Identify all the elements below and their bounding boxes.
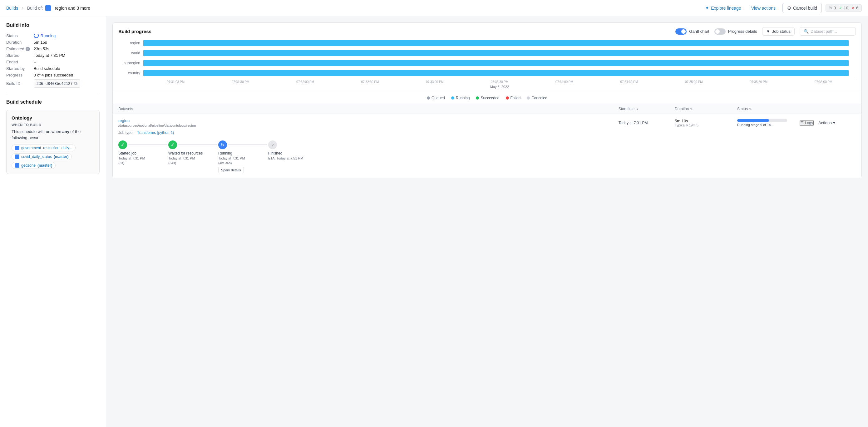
legend: Queued Running Succeeded Failed Canceled xyxy=(113,92,862,104)
job-status-label: Job status xyxy=(772,29,790,34)
th-status-label: Status xyxy=(737,107,748,111)
gantt-bar xyxy=(143,50,849,56)
legend-queued: Queued xyxy=(427,96,445,100)
dataset-row: region /datasources/notional/pipeline/da… xyxy=(113,114,862,178)
step-connector-4 xyxy=(268,140,318,149)
gantt-tick: 07:31:30 PM xyxy=(208,80,273,84)
step-sub-started: Today at 7:31 PM(3s) xyxy=(118,156,145,166)
gantt-tick: 07:34:00 PM xyxy=(532,80,597,84)
step-label-finished: Finished xyxy=(268,151,282,156)
th-start-time[interactable]: Start time ▲ xyxy=(619,107,675,111)
schedule-desc-1: This schedule will run when xyxy=(11,129,62,134)
tag-covid[interactable]: covid_daily_status (master) xyxy=(11,153,72,160)
topbar-actions: ✦ Explore lineage View actions ⊖ Cancel … xyxy=(702,3,862,13)
step-running: ↻ Running Today at 7:31 PM(4m 36s) Spark… xyxy=(218,140,268,173)
counter-refresh-value: 0 xyxy=(834,6,836,10)
legend-dot-running xyxy=(451,96,454,100)
cancel-build-button[interactable]: ⊖ Cancel build xyxy=(782,3,822,13)
step-sub-waited: Today at 7:31 PM(34s) xyxy=(168,156,195,166)
progress-details-toggle[interactable] xyxy=(714,28,725,35)
dataset-start-time: Today at 7:31 PM xyxy=(619,121,675,125)
status-text: Running stage 9 of 14... xyxy=(737,123,800,127)
progress-bar xyxy=(737,119,787,122)
tag-government-label: government_restriction_daily... xyxy=(21,146,72,150)
cancel-build-label: Cancel build xyxy=(793,6,817,11)
tag-geozone-label: geozone xyxy=(21,163,36,168)
tag-geozone[interactable]: geozone (master) xyxy=(11,162,56,169)
copy-icon[interactable]: ⧉ xyxy=(74,81,78,86)
lineage-icon: ✦ xyxy=(705,5,709,11)
logs-col: ☰ Logs xyxy=(800,120,818,126)
gantt-bar xyxy=(143,70,849,76)
step-icon-waited xyxy=(168,140,177,149)
dataset-duration-sub: Typically 19m 5 xyxy=(675,123,737,127)
started-label: Started xyxy=(6,53,30,58)
counter-check: ✓ 10 xyxy=(839,6,848,10)
tag-icon-2 xyxy=(15,155,19,159)
step-icon-running: ↻ xyxy=(218,140,227,149)
gantt-chart-toggle[interactable] xyxy=(675,28,687,35)
gantt-bar-area xyxy=(143,70,856,76)
progress-details-label: Progress details xyxy=(728,29,757,34)
topbar: Builds › Build of: region and 3 more ✦ E… xyxy=(0,0,868,16)
dataset-path-search[interactable]: 🔍 Dataset path... xyxy=(800,27,856,36)
dataset-duration-main: 5m 10s xyxy=(675,119,737,123)
gantt-tick: 07:33:00 PM xyxy=(402,80,467,84)
gantt-label: country xyxy=(118,71,143,75)
view-actions-button[interactable]: View actions xyxy=(748,4,779,12)
counter-check-value: 10 xyxy=(844,6,848,10)
gantt-row-world: world xyxy=(118,49,856,58)
logs-button[interactable]: ☰ Logs xyxy=(800,120,814,126)
dataset-name[interactable]: region xyxy=(118,118,619,123)
build-id-text: 336-d8408bc42127 xyxy=(36,81,73,86)
filter-icon: ▼ xyxy=(766,29,770,34)
gantt-tick: 07:35:30 PM xyxy=(726,80,791,84)
actions-button[interactable]: Actions ▾ xyxy=(818,121,835,125)
schedule-description: This schedule will run when any of the f… xyxy=(11,129,94,141)
job-type-value: Transforms (python-1) xyxy=(137,130,174,135)
sort-icon-start: ▲ xyxy=(636,107,639,111)
duration-label: Duration xyxy=(6,40,30,45)
build-id-label: Build ID xyxy=(6,79,30,88)
build-info-title: Build info xyxy=(6,23,100,28)
th-datasets-label: Datasets xyxy=(118,107,133,111)
th-status[interactable]: Status ⇅ xyxy=(737,107,800,111)
tag-government[interactable]: government_restriction_daily... xyxy=(11,144,75,152)
job-status-filter-button[interactable]: ▼ Job status xyxy=(762,27,795,36)
gantt-tick: 07:33:30 PM xyxy=(467,80,532,84)
step-sub-running: Today at 7:31 PM(4m 36s) xyxy=(218,156,245,166)
explore-lineage-button[interactable]: ✦ Explore lineage xyxy=(702,3,744,13)
gantt-bar xyxy=(143,60,849,66)
sort-icon-status: ⇅ xyxy=(749,107,751,111)
breadcrumb-builds[interactable]: Builds xyxy=(6,6,18,11)
step-connector-1 xyxy=(118,140,168,149)
gantt-row-subregion: subregion xyxy=(118,59,856,67)
gantt-axis: 07:31:03 PM07:31:30 PM07:32:00 PM07:32:3… xyxy=(143,79,856,84)
spark-details-button[interactable]: Spark details xyxy=(218,167,244,173)
table-header: Datasets Start time ▲ Duration ⇅ Status … xyxy=(113,104,862,114)
legend-running-label: Running xyxy=(456,96,470,100)
progress-bar-fill xyxy=(737,119,769,122)
legend-canceled: Canceled xyxy=(527,96,547,100)
sidebar: Build info Status Running Duration 5m 15… xyxy=(0,16,106,427)
th-duration[interactable]: Duration ⇅ xyxy=(675,107,737,111)
help-icon[interactable]: ? xyxy=(26,47,30,51)
gantt-row-region: region xyxy=(118,39,856,47)
step-line-2 xyxy=(178,144,217,145)
gantt-bar-area xyxy=(143,50,856,56)
ended-value: -- xyxy=(34,60,100,64)
dataset-path: /datasources/notional/pipeline/data/onto… xyxy=(118,124,619,127)
divider-1 xyxy=(6,94,100,94)
build-icon xyxy=(45,5,51,11)
search-placeholder: Dataset path... xyxy=(811,29,837,34)
tag-list: government_restriction_daily... covid_da… xyxy=(11,144,94,169)
ontology-title: Ontology xyxy=(11,115,94,121)
gantt-bar-area xyxy=(143,60,856,66)
tag-icon-3 xyxy=(15,163,19,168)
gantt-tick: 07:36:00 PM xyxy=(791,80,856,84)
tag-covid-label: covid_daily_status xyxy=(21,155,52,159)
build-progress-header: Build progress Gantt chart xyxy=(113,23,862,39)
legend-running: Running xyxy=(451,96,470,100)
main-layout: Build info Status Running Duration 5m 15… xyxy=(0,16,868,427)
schedule-card: Ontology WHEN TO BUILD This schedule wil… xyxy=(6,110,100,174)
